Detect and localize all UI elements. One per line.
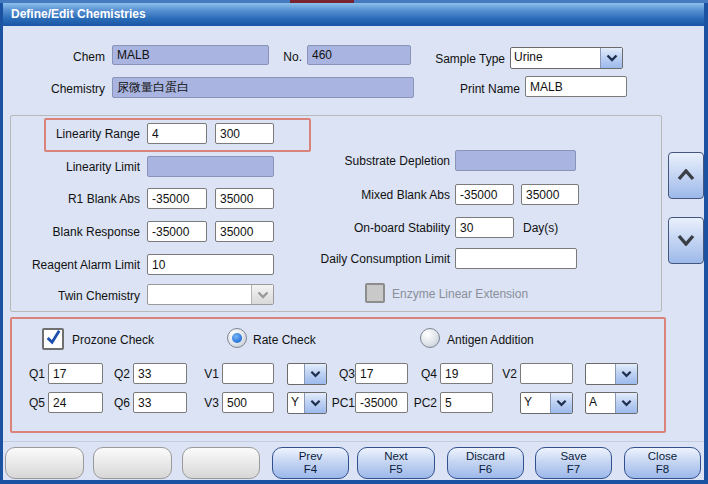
prev-button[interactable]: Prev F4: [272, 447, 349, 479]
button-label: Next: [384, 450, 408, 463]
dialog-body: Chem No. Sample Type Urine Chemistry Pri…: [3, 26, 704, 480]
chevron-down-icon[interactable]: [600, 48, 622, 68]
next-button[interactable]: Next F5: [357, 447, 435, 479]
button-key: F4: [304, 463, 317, 476]
q3-field[interactable]: [355, 363, 408, 384]
chem-field[interactable]: [112, 45, 269, 65]
v1-label: V1: [186, 367, 219, 381]
sample-type-value: Urine: [511, 48, 600, 68]
sample-type-label: Sample Type: [418, 52, 505, 66]
linearity-limit-label: Linearity Limit: [10, 160, 140, 174]
blank-response-low-field[interactable]: [147, 221, 207, 242]
mixed-blank-abs-low-field[interactable]: [455, 184, 514, 205]
r1-blank-abs-low-field[interactable]: [147, 188, 207, 209]
twin-chemistry-label: Twin Chemistry: [10, 289, 140, 303]
enzyme-linear-extension-checkbox: [365, 283, 385, 303]
arrow-up-icon: [677, 167, 695, 185]
v2-label: V2: [483, 367, 517, 381]
flag1-dropdown[interactable]: Y: [520, 392, 573, 414]
linearity-range-label: Linearity Range: [10, 127, 140, 141]
rate-check-radio[interactable]: [227, 328, 247, 348]
button-label: Prev: [299, 450, 323, 463]
print-name-field[interactable]: [525, 76, 627, 97]
window-border-right: [704, 3, 708, 484]
daily-consumption-limit-label: Daily Consumption Limit: [240, 252, 450, 266]
footer-separator: [3, 441, 704, 442]
twin-chemistry-dropdown: [147, 284, 274, 305]
antigen-addition-radio[interactable]: [420, 328, 440, 348]
print-name-label: Print Name: [438, 82, 520, 96]
v3-unit-value: Y: [288, 393, 304, 413]
v2-field[interactable]: [520, 363, 573, 384]
save-button[interactable]: Save F7: [535, 447, 612, 479]
daily-consumption-limit-field[interactable]: [455, 248, 577, 269]
chevron-down-icon[interactable]: [550, 393, 572, 413]
chemistry-label: Chemistry: [40, 82, 105, 96]
onboard-stability-field[interactable]: [455, 217, 514, 238]
linearity-range-low-field[interactable]: [147, 123, 207, 144]
pc1-label: PC1: [315, 396, 355, 410]
v2-unit-dropdown[interactable]: [585, 363, 638, 385]
mixed-blank-abs-high-field[interactable]: [521, 184, 579, 205]
v3-label: V3: [186, 396, 219, 410]
prozone-check-label: Prozone Check: [72, 333, 182, 347]
flag2-value: A: [586, 393, 615, 413]
v3-field[interactable]: [222, 392, 274, 413]
twin-chemistry-value: [148, 285, 251, 304]
chem-label: Chem: [40, 50, 105, 64]
discard-button[interactable]: Discard F6: [447, 447, 524, 479]
button-label: Save: [560, 450, 586, 463]
pc2-label: PC2: [397, 396, 437, 410]
v2-unit-value: [586, 364, 615, 384]
q2-field[interactable]: [133, 363, 187, 384]
v1-field[interactable]: [222, 363, 274, 384]
r1-blank-abs-label: R1 Blank Abs: [10, 192, 140, 206]
button-key: F5: [389, 463, 402, 476]
substrate-depletion-label: Substrate Depletion: [240, 154, 450, 168]
q6-field[interactable]: [133, 392, 187, 413]
q5-label: Q5: [8, 396, 45, 410]
button-key: F7: [567, 463, 580, 476]
q1-label: Q1: [8, 367, 45, 381]
q1-field[interactable]: [48, 363, 103, 384]
q6-label: Q6: [96, 396, 130, 410]
window-border-bottom: [0, 480, 708, 484]
sample-type-dropdown[interactable]: Urine: [510, 47, 623, 69]
screen: Define/Edit Chemistries Chem No. Sample …: [0, 0, 708, 484]
close-button[interactable]: Close F8: [624, 447, 701, 479]
prozone-check-checkbox[interactable]: [42, 328, 64, 350]
button-key: F8: [656, 463, 669, 476]
mixed-blank-abs-label: Mixed Blank Abs: [240, 188, 450, 202]
chemistry-name-field[interactable]: [112, 77, 414, 98]
arrow-down-icon: [677, 232, 695, 250]
rate-check-label: Rate Check: [253, 333, 343, 347]
footer-button-2[interactable]: [93, 447, 172, 479]
chevron-down-icon[interactable]: [615, 393, 637, 413]
substrate-depletion-field[interactable]: [455, 150, 576, 171]
footer-button-1[interactable]: [5, 447, 84, 479]
blank-response-label: Blank Response: [10, 225, 140, 239]
onboard-stability-unit: Day(s): [523, 221, 583, 235]
pc2-field[interactable]: [440, 392, 493, 413]
q3-label: Q3: [319, 367, 355, 381]
q4-label: Q4: [402, 367, 437, 381]
q5-field[interactable]: [48, 392, 103, 413]
window-title: Define/Edit Chemistries: [11, 7, 146, 21]
footer-button-3[interactable]: [182, 447, 260, 479]
button-label: Close: [648, 450, 677, 463]
flag1-value: Y: [521, 393, 550, 413]
reagent-alarm-limit-label: Reagent Alarm Limit: [10, 258, 140, 272]
scroll-down-button[interactable]: [668, 217, 704, 264]
chemistry-no-field[interactable]: [307, 45, 411, 65]
flag2-dropdown[interactable]: A: [585, 392, 638, 414]
check-icon: [45, 329, 61, 349]
no-label: No.: [263, 50, 302, 64]
scroll-up-button[interactable]: [668, 152, 704, 199]
antigen-addition-label: Antigen Addition: [447, 333, 567, 347]
radio-selected-dot: [232, 333, 242, 343]
window-titlebar: Define/Edit Chemistries: [3, 3, 704, 26]
v1-unit-value: [288, 364, 304, 384]
chevron-down-icon[interactable]: [615, 364, 637, 384]
button-key: F6: [479, 463, 492, 476]
linearity-range-high-field[interactable]: [215, 123, 274, 144]
